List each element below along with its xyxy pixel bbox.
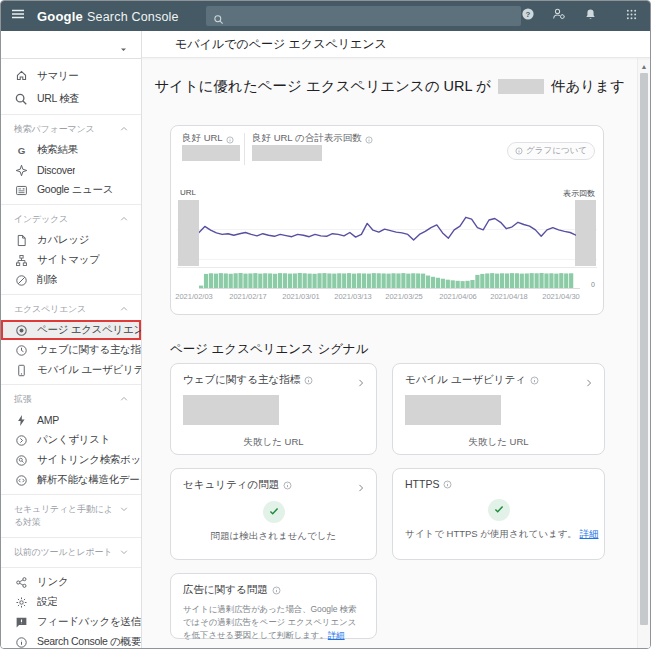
impressions-bar-chart[interactable] [199,272,574,288]
sidebar-item-mobile-usability[interactable]: モバイル ユーザビリティ [1,360,141,380]
sidebar-item-news[interactable]: Google ニュース [1,180,141,200]
x-tick-label: 2021/02/03 [175,292,213,301]
signal-card-title-row: セキュリティの問題 [183,478,364,492]
vertical-scrollbar[interactable]: ▲ [637,58,650,648]
about-graph-chip[interactable]: グラフについて [507,142,595,160]
sidebar-item-feedback[interactable]: フィードバックを送信 [1,612,141,632]
sidebar-item-amp[interactable]: AMP [1,410,141,430]
property-selector[interactable] [1,31,141,59]
caption-text: 問題は検出されませんでした [211,530,337,541]
sidebar-section-1[interactable]: 検索パフォーマンス [1,119,141,140]
sidebar-item-label: Discover [37,164,75,176]
removals-icon [14,273,28,287]
sidebar-item-label: サイトマップ [37,253,100,267]
x-axis-ticks: 2021/02/032021/02/172021/03/012021/03/13… [179,292,597,304]
sidebar-item-label: Google ニュース [37,183,113,197]
info-icon[interactable] [283,481,292,490]
signal-card-title-row: ウェブに関する主な指標 [183,373,364,387]
notifications-icon[interactable] [583,9,597,23]
sidebar-item-breadcrumbs[interactable]: パンくずリスト [1,430,141,450]
sidebar-item-page-experience[interactable]: ページ エクスペリエンス [1,320,141,340]
info-icon[interactable] [365,135,373,143]
menu-icon[interactable] [10,8,26,24]
sidebar: サマリーURL 検査検索パフォーマンスG検索結果DiscoverGoogle ニ… [1,31,142,648]
expand-icon [119,547,129,557]
section-label: 検索パフォーマンス [14,123,94,136]
sidebar-section-5[interactable]: セキュリティと手動による対策 [1,499,141,533]
scrollbar-up-arrow[interactable]: ▲ [638,61,650,71]
tile-divider [244,133,245,165]
signal-card-core-web-vitals[interactable]: ウェブに関する主な指標失敗した URL [170,363,377,455]
check-circle-icon [488,499,510,521]
sidebar-item-label: カバレッジ [37,233,89,247]
chevron-right-icon[interactable] [356,479,366,489]
help-icon[interactable]: ? [521,9,535,23]
page-experience-icon [14,323,28,337]
sidebar-item-core-web-vitals[interactable]: ウェブに関する主な指標 [1,340,141,360]
sidebar-section-6[interactable]: 以前のツールとレポート [1,542,141,563]
header-search[interactable] [206,6,521,26]
scrollbar-thumb[interactable] [640,73,648,625]
app-logo[interactable]: Google Search Console [37,9,179,24]
sidebar-item-sitemap[interactable]: サイトマップ [1,250,141,270]
info-icon[interactable] [304,376,313,385]
section-label: インデックス [14,213,68,226]
info-icon[interactable] [272,586,281,595]
logo-brand: Google [37,9,83,24]
chevron-right-icon[interactable] [584,374,594,384]
sidebar-item-g-logo[interactable]: G検索結果 [1,140,141,160]
sidebar-item-search[interactable]: URL 検査 [1,87,141,110]
metric-impressions[interactable]: 良好 URL の合計表示回数 [252,132,373,145]
info-icon[interactable] [226,135,234,143]
breadcrumbs-icon [14,433,28,447]
caption-text: サイトで HTTPS が使用されています。 [405,528,577,539]
nav-divider [1,294,141,295]
sidebar-section-2[interactable]: インデックス [1,209,141,230]
sidebar-item-coverage[interactable]: カバレッジ [1,230,141,250]
right-axis-zero: 0 [591,281,595,288]
sidebar-item-links[interactable]: リンク [1,572,141,592]
redacted-good-url-value [182,145,240,161]
feedback-icon [14,615,28,629]
redacted-right-axis [575,200,596,266]
nav-divider [1,494,141,495]
details-link[interactable]: 詳細 [328,630,345,640]
sidebar-item-settings[interactable]: 設定 [1,592,141,612]
chevron-right-icon[interactable] [356,374,366,384]
signal-card-https[interactable]: HTTPSサイトで HTTPS が使用されています。 詳細 [392,468,605,560]
right-axis-label: 表示回数 [563,188,595,199]
signal-card-ad-issues[interactable]: 広告に関する問題サイトに過剰広告があった場合、Google 検索ではその過剰広告… [170,573,377,639]
metric-good-urls[interactable]: 良好 URL [182,132,234,145]
sidebar-section-4[interactable]: 拡張 [1,389,141,410]
sidebar-item-label: 削除 [37,273,57,287]
details-link[interactable]: 詳細 [580,528,599,539]
info-icon[interactable] [530,376,539,385]
header-search-input[interactable] [230,10,514,22]
signal-card-mobile-usability[interactable]: モバイル ユーザビリティ失敗した URL [392,363,605,455]
info-icon[interactable] [443,480,452,489]
signal-card-title-row: 広告に関する問題 [183,583,364,597]
sidebar-item-label: ページ エクスペリエンス [37,323,141,337]
sidebar-item-removals[interactable]: 削除 [1,270,141,290]
info-icon [515,147,523,155]
sidebar-item-discover[interactable]: Discover [1,160,141,180]
app-window: Google Search Console ? サマリーURL 検査検索パフォー… [0,0,651,649]
sidebar-section-3[interactable]: エクスペリエンス [1,299,141,320]
x-tick-label: 2021/04/18 [490,292,528,301]
home-icon [14,69,28,83]
mobile-usability-icon [14,363,28,377]
account-icon[interactable] [552,9,566,23]
sidebar-item-about[interactable]: Search Console の概要 [1,632,141,648]
signal-card-security-issues[interactable]: セキュリティの問題問題は検出されませんでした [170,468,377,560]
good-urls-line-chart[interactable] [199,206,576,254]
sidebar-item-structured-data[interactable]: 解析不能な構造化データ [1,470,141,490]
apps-icon[interactable] [624,9,638,23]
nav-divider [1,204,141,205]
redacted-impressions-value [252,145,322,161]
sidebar-item-sitelinks-searchbox[interactable]: サイトリンク検索ボックス [1,450,141,470]
nav-divider [1,567,141,568]
sidebar-item-home[interactable]: サマリー [1,64,141,87]
expand-icon [119,504,129,514]
news-icon [14,183,28,197]
structured-data-icon [14,473,28,487]
